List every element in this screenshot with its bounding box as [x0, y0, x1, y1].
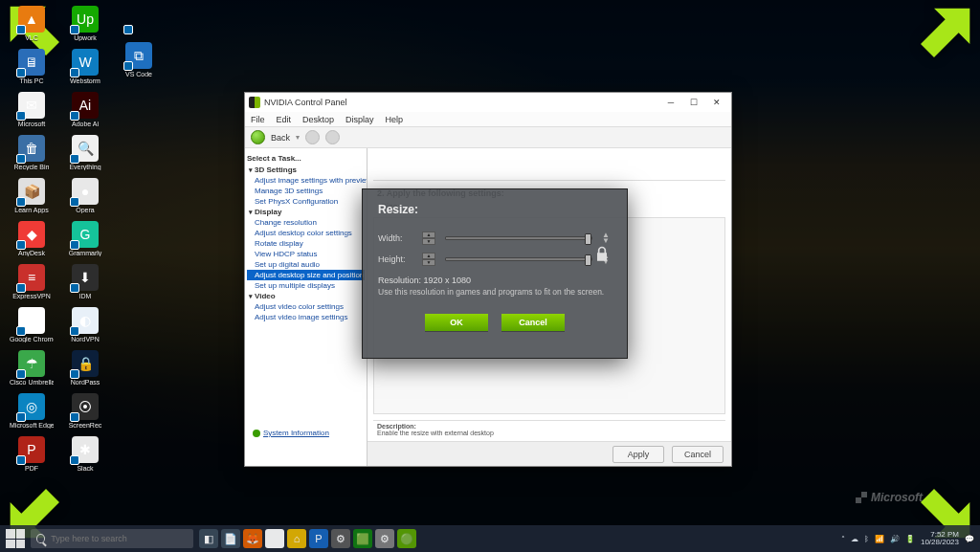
taskbar: ◧📄🦊◉⌂P⚙🟩⚙🟢 ˄ ☁ ᛒ 📶 🔊 🔋 7:52 PM 10/28/202… — [0, 525, 980, 552]
watermark-text: Microsoft — [856, 491, 923, 504]
tree-item[interactable]: Adjust video color settings — [247, 301, 365, 312]
desktop-icon[interactable]: ≡ExpressVPN — [10, 264, 54, 299]
search-input[interactable] — [51, 534, 188, 543]
desktop-icon[interactable]: ✱Slack — [63, 436, 107, 472]
taskbar-pin[interactable]: ⚙ — [375, 529, 394, 548]
dialog-ok-button[interactable]: OK — [425, 314, 488, 331]
desktop-icon[interactable]: 📦Learn Apps — [10, 178, 54, 213]
tree-item[interactable]: Display — [247, 207, 365, 217]
desktop-icon[interactable] — [117, 6, 161, 34]
taskbar-pin[interactable]: 📄 — [221, 529, 240, 548]
tree-item[interactable]: Adjust video image settings — [247, 312, 365, 322]
desktop-icon[interactable]: 🔒NordPass — [63, 350, 107, 386]
menu-file[interactable]: File — [251, 115, 265, 124]
nvidia-logo-icon — [249, 97, 260, 108]
width-slider[interactable] — [445, 236, 592, 240]
tray-wifi-icon[interactable]: 📶 — [875, 535, 884, 543]
taskbar-pin[interactable]: 🦊 — [243, 529, 262, 548]
taskbar-clock[interactable]: 7:52 PM 10/28/2023 — [921, 531, 959, 546]
desktop-icon[interactable]: 🖥This PC — [10, 49, 54, 84]
taskbar-pin[interactable]: ⚙ — [331, 529, 350, 548]
desktop-icon[interactable]: ⦿ScreenRec — [63, 393, 107, 429]
resize-dialog: Resize: Width: ▲▼ ▲▼ Height: ▲▼ ▲▼ Resol… — [362, 188, 628, 359]
desktop-icon[interactable]: ◆AnyDesk — [10, 221, 54, 256]
width-field-label: Width: — [378, 233, 412, 243]
tree-item[interactable]: Set PhysX Configuration — [247, 196, 365, 207]
resolution-readout: Resolution: 1920 x 1080 — [378, 276, 612, 285]
apply-button[interactable]: Apply — [612, 446, 664, 463]
minimize-button[interactable]: ─ — [660, 96, 681, 109]
tray-chevron-icon[interactable]: ˄ — [841, 535, 845, 543]
width-stepper[interactable]: ▲▼ — [422, 232, 435, 245]
desktop-icons-area: ▲VLC🖥This PC✉Microsoft🗑Recycle Bin📦Learn… — [10, 6, 161, 472]
tree-item[interactable]: Rotate display — [247, 238, 365, 249]
desktop-icon[interactable]: WWebstorm — [63, 49, 107, 84]
maximize-button[interactable]: ☐ — [683, 96, 704, 109]
close-button[interactable]: ✕ — [706, 96, 727, 109]
desktop-icon[interactable]: ⬇IDM — [63, 264, 107, 299]
taskbar-pin[interactable]: 🟢 — [397, 529, 416, 548]
height-stepper[interactable]: ▲▼ — [422, 253, 435, 266]
tree-item[interactable]: Set up multiple displays — [247, 280, 365, 291]
system-information-link[interactable]: System Information — [253, 429, 329, 437]
tray-battery-icon[interactable]: 🔋 — [905, 535, 915, 543]
menu-bar: FileEditDesktopDisplayHelp — [245, 112, 731, 127]
menu-display[interactable]: Display — [345, 115, 374, 124]
menu-desktop[interactable]: Desktop — [302, 115, 334, 124]
system-tray[interactable]: ˄ ☁ ᛒ 📶 🔊 🔋 7:52 PM 10/28/2023 💬 — [841, 531, 974, 546]
desktop-icon[interactable]: ◎Microsoft Edge — [10, 393, 54, 429]
arrow-top-right-icon — [921, 4, 974, 57]
tray-bluetooth-icon[interactable]: ᛒ — [864, 535, 869, 543]
menu-edit[interactable]: Edit — [277, 115, 292, 124]
tray-volume-icon[interactable]: 🔊 — [890, 535, 900, 543]
lock-aspect-icon[interactable] — [592, 243, 612, 266]
menu-help[interactable]: Help — [386, 115, 404, 124]
tree-item[interactable]: Adjust desktop size and position — [247, 270, 365, 280]
taskbar-pin[interactable]: ◉ — [265, 529, 284, 548]
tree-item[interactable]: Change resolution — [247, 217, 365, 228]
start-button[interactable] — [6, 529, 25, 548]
tree-item[interactable]: 3D Settings — [247, 165, 365, 175]
width-slider-thumb[interactable] — [585, 233, 591, 245]
desktop-icon[interactable]: ●Opera — [63, 178, 107, 213]
height-slider-thumb[interactable] — [585, 254, 591, 266]
notifications-icon[interactable]: 💬 — [965, 535, 974, 543]
tree-item[interactable]: Video — [247, 291, 365, 301]
back-circle-icon[interactable] — [251, 130, 265, 144]
taskbar-pin[interactable]: P — [309, 529, 328, 548]
desktop-icon[interactable]: ▲VLC — [10, 6, 54, 41]
tree-item[interactable]: Adjust image settings with preview — [247, 175, 365, 186]
desktop-icon[interactable]: ⧉VS Code — [117, 42, 161, 77]
tree-item[interactable]: Manage 3D settings — [247, 186, 365, 196]
desktop-icon[interactable]: ◐NordVPN — [63, 307, 107, 342]
height-slider[interactable] — [445, 257, 592, 261]
cancel-button[interactable]: Cancel — [672, 446, 724, 463]
taskbar-pin[interactable]: ◧ — [199, 529, 218, 548]
desktop-icon[interactable]: ☂Cisco Umbrella — [10, 350, 54, 386]
dialog-title: Resize: — [378, 203, 612, 216]
taskbar-pin[interactable]: 🟩 — [353, 529, 372, 548]
window-title: NVIDIA Control Panel — [264, 98, 347, 107]
height-field-label: Height: — [378, 254, 412, 264]
toolbar: Back ▾ — [245, 127, 731, 148]
tree-item[interactable]: Adjust desktop color settings — [247, 228, 365, 238]
taskbar-pin[interactable]: ⌂ — [287, 529, 306, 548]
desktop-icon[interactable]: 🗑Recycle Bin — [10, 135, 54, 170]
desktop-icon[interactable]: UpUpwork — [63, 6, 107, 41]
back-button-label[interactable]: Back — [271, 133, 290, 143]
desktop-icon[interactable]: GGrammarly — [63, 221, 107, 256]
desktop-icon[interactable]: ✉Microsoft — [10, 92, 54, 127]
tree-item[interactable]: Set up digital audio — [247, 259, 365, 270]
desktop-icon[interactable]: ◉Google Chrome — [10, 307, 54, 342]
desktop-icon[interactable]: PPDF — [10, 436, 54, 472]
desktop-icon[interactable]: 🔍Everything — [63, 135, 107, 170]
dialog-cancel-button[interactable]: Cancel — [501, 314, 565, 331]
desktop-icon[interactable]: AiAdobe Ai — [63, 92, 107, 127]
taskbar-search[interactable] — [31, 529, 193, 548]
tree-item[interactable]: View HDCP status — [247, 249, 365, 259]
description-box: Description: Enable the resize with exte… — [373, 420, 725, 441]
search-icon — [36, 534, 45, 543]
tray-onedrive-icon[interactable]: ☁ — [851, 535, 858, 543]
sidebar-header: Select a Task... — [247, 154, 365, 163]
home-button[interactable] — [325, 130, 340, 144]
